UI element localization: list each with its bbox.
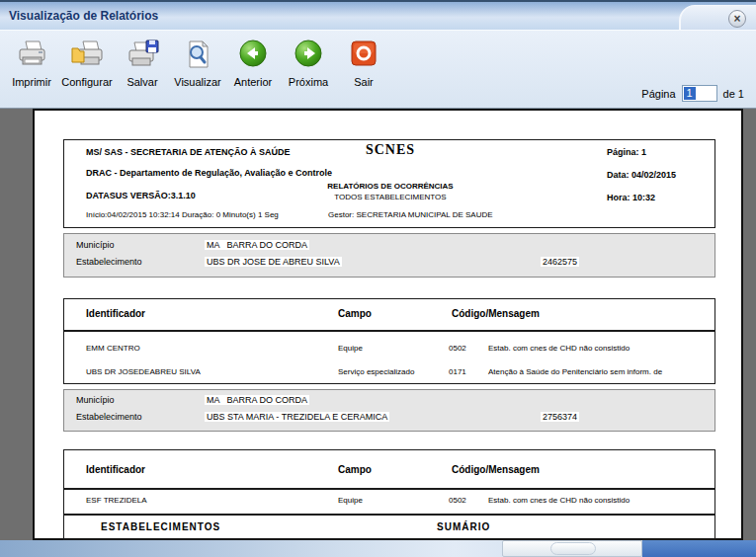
close-button[interactable]: × xyxy=(728,10,746,28)
page-label: Página xyxy=(641,88,675,100)
col-codigo-mensagem: Código/Mensagem xyxy=(452,464,540,475)
scrollbar-grip xyxy=(550,542,596,555)
report-org-line: MS/ SAS - SECRETARIA DE ATENÇÃO À SAÚDE xyxy=(86,147,291,157)
page-total-label: de 1 xyxy=(723,88,744,100)
configure-button-label: Configurar xyxy=(61,76,112,88)
previous-button[interactable]: Anterior xyxy=(225,39,281,100)
col-campo: Campo xyxy=(338,308,372,319)
close-icon: × xyxy=(733,12,740,26)
section2-municipio-band xyxy=(63,389,715,432)
exit-button-label: Sair xyxy=(354,76,374,88)
row-identificador: ESF TREZIDELA xyxy=(86,496,147,505)
section1-municipio-band xyxy=(63,233,715,278)
printer-config-icon xyxy=(70,39,104,74)
cnes-code: 2756374 xyxy=(541,412,579,422)
report-dept-line: DRAC - Departamento de Regulação, Avalia… xyxy=(86,168,332,178)
col-identificador: Identificador xyxy=(86,464,145,475)
estabelecimento-value: UBS DR JOSE DE ABREU SILVA xyxy=(205,257,342,267)
row-identificador: UBS DR JOSEDEABREU SILVA xyxy=(86,367,201,376)
scrollbar-thumb[interactable] xyxy=(502,540,642,557)
view-button[interactable]: Visualizar xyxy=(170,39,225,100)
title-bar: Visualização de Relatórios × xyxy=(0,0,756,30)
report-time: Hora: 10:32 xyxy=(607,193,655,202)
print-button-label: Imprimir xyxy=(12,76,51,88)
row-codigo: 0502 xyxy=(449,496,466,505)
report-start-line: Início:04/02/2015 10:32:14 Duração: 0 Mi… xyxy=(86,210,279,219)
estabelecimento-label: Estabelecimento xyxy=(76,412,142,422)
row-mensagem: Atenção à Saúde do Penitenciário sem inf… xyxy=(488,367,662,376)
next-button[interactable]: Próxima xyxy=(281,39,336,100)
arrow-left-circle-icon xyxy=(236,39,270,74)
report-title: SCNES xyxy=(272,142,509,158)
row-identificador: EMM CENTRO xyxy=(86,344,140,353)
toolbar-buttons: Imprimir Configurar xyxy=(4,39,391,100)
report-gestor-line: Gestor: SECRETARIA MUNICIPAL DE SAUDE xyxy=(328,210,493,219)
summary-right-label: SUMÁRIO xyxy=(437,521,490,532)
view-button-label: Visualizar xyxy=(174,76,221,88)
exit-power-icon xyxy=(347,39,380,74)
exit-button[interactable]: Sair xyxy=(336,39,391,100)
window-title: Visualização de Relatórios xyxy=(9,9,158,23)
print-button[interactable]: Imprimir xyxy=(4,39,59,100)
titlebar-corner: × xyxy=(679,5,756,32)
section1-table-header-box xyxy=(63,298,715,331)
magnifier-document-icon xyxy=(181,39,214,74)
page-number-value: 1 xyxy=(684,87,696,100)
estabelecimento-label: Estabelecimento xyxy=(76,257,142,267)
row-codigo: 0171 xyxy=(449,367,466,376)
report-version: DATASUS VERSÃO:3.1.10 xyxy=(86,191,196,200)
row-campo: Equipe xyxy=(338,496,363,505)
row-campo: Serviço especializado xyxy=(338,367,414,376)
report-preview-area: MS/ SAS - SECRETARIA DE ATENÇÃO À SAÚDE … xyxy=(0,109,756,540)
page-number-input[interactable]: 1 xyxy=(682,85,717,102)
col-campo: Campo xyxy=(338,464,372,475)
previous-button-label: Anterior xyxy=(234,76,273,88)
municipio-value: MA BARRA DO CORDA xyxy=(205,240,309,250)
report-viewer-window: Visualização de Relatórios × Imprimir xyxy=(0,0,756,557)
save-button-label: Salvar xyxy=(126,76,157,88)
section2-table-header-box xyxy=(63,449,715,489)
horizontal-scrollbar[interactable] xyxy=(0,540,756,557)
arrow-right-circle-icon xyxy=(292,39,325,74)
page-navigator: Página 1 de 1 xyxy=(641,85,744,102)
row-codigo: 0502 xyxy=(449,344,466,353)
report-subtitle: RELATÓRIOS DE OCORRÊNCIAS xyxy=(272,182,509,191)
printer-save-icon xyxy=(126,39,159,74)
save-button[interactable]: Salvar xyxy=(115,39,170,100)
next-button-label: Próxima xyxy=(289,76,328,88)
printer-icon xyxy=(15,39,48,74)
summary-left-label: ESTABELECIMENTOS xyxy=(101,521,220,532)
municipio-label: Município xyxy=(76,395,115,405)
report-date: Data: 04/02/2015 xyxy=(607,170,676,180)
row-mensagem: Estab. com cnes de CHD não consistido xyxy=(488,344,630,353)
toolbar: Imprimir Configurar xyxy=(0,30,756,109)
report-page: MS/ SAS - SECRETARIA DE ATENÇÃO À SAÚDE … xyxy=(33,109,743,540)
report-page-number: Página: 1 xyxy=(607,147,646,157)
row-mensagem: Estab. com cnes de CHD não consistido xyxy=(488,496,630,505)
municipio-value: MA BARRA DO CORDA xyxy=(205,395,309,405)
cnes-code: 2462575 xyxy=(541,257,579,267)
municipio-label: Município xyxy=(76,240,115,250)
row-campo: Equipe xyxy=(338,344,363,353)
scrollbar-track-right[interactable] xyxy=(642,540,756,557)
configure-button[interactable]: Configurar xyxy=(59,39,115,100)
col-codigo-mensagem: Código/Mensagem xyxy=(452,308,540,319)
estabelecimento-value: UBS STA MARIA - TREZIDELA E CERAMICA xyxy=(205,412,389,422)
col-identificador: Identificador xyxy=(86,308,145,319)
report-scope: TODOS ESTABELECIMENTOS xyxy=(272,193,509,201)
